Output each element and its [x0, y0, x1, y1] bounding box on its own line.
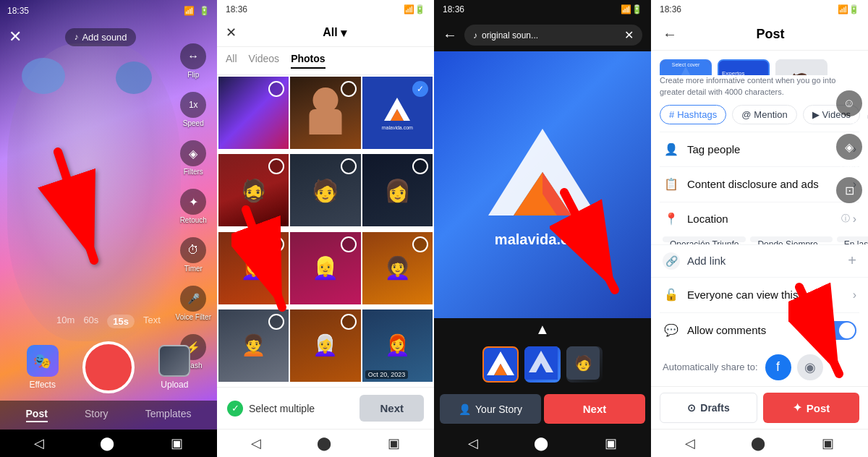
p2-photo-9[interactable]: 👩‍🦱 [362, 232, 433, 304]
add-sound-button[interactable]: ♪ Add sound [65, 28, 135, 46]
p4-cover-3[interactable]: 🧑 [775, 59, 827, 75]
p2-photo-1[interactable] [218, 77, 289, 149]
p4-tag-hashtags[interactable]: # Hashtags [660, 105, 726, 124]
p3-thumb-2[interactable] [524, 346, 561, 383]
p1-close-icon[interactable]: ✕ [9, 27, 22, 46]
p2-select-1[interactable] [268, 81, 284, 97]
p4-everyone-view-icon: 🔓 [663, 286, 680, 304]
p2-select-10[interactable] [268, 314, 284, 330]
effects-button[interactable]: 🎭 Effects [27, 345, 59, 390]
p2-home-nav-icon[interactable]: ⬤ [317, 435, 331, 451]
p1-tool-flip[interactable]: ↔ Flip [180, 43, 206, 79]
p2-tab-photos[interactable]: Photos [291, 53, 325, 69]
p4-comments-toggle[interactable] [825, 321, 856, 340]
p1-dur-15s[interactable]: 15s [107, 315, 135, 328]
p2-next-button[interactable]: Next [359, 395, 424, 422]
p1-speed-label: Speed [183, 119, 204, 127]
p2-photo-6[interactable]: 👩 [362, 154, 433, 226]
p3-thumb-3[interactable]: 🧑 [566, 346, 603, 383]
p4-loc-tag-3[interactable]: En las nubes [837, 236, 868, 242]
p3-thumb-1[interactable] [482, 346, 519, 383]
p3-back-button[interactable]: ← [443, 27, 457, 43]
p3-home-nav-icon[interactable]: ⬤ [534, 435, 548, 451]
p2-select-7[interactable] [268, 236, 284, 252]
effects-label: Effects [29, 380, 55, 390]
p2-square-nav-icon[interactable]: ▣ [388, 435, 400, 451]
p4-facebook-icon[interactable]: f [765, 354, 791, 380]
p1-tab-story[interactable]: Story [85, 408, 109, 422]
p4-hashtag-icon: # [669, 109, 674, 120]
p1-dur-10m[interactable]: 10m [56, 315, 75, 328]
p3-tool-stickers[interactable]: ☺ Stickers [836, 90, 862, 125]
p4-everyone-view-row[interactable]: 🔓 Everyone can view this post › [651, 278, 868, 312]
p1-dur-60s[interactable]: 60s [83, 315, 98, 328]
p2-photo-5[interactable]: 🧑 [290, 154, 360, 226]
p1-dur-text[interactable]: Text [143, 315, 161, 328]
p4-square-nav-icon[interactable]: ▣ [822, 435, 834, 451]
p3-your-story-button[interactable]: 👤 Your Story [440, 394, 541, 424]
p2-select-5[interactable] [341, 158, 357, 174]
p2-select-2[interactable] [341, 81, 357, 97]
p3-square-nav-icon[interactable]: ▣ [605, 435, 617, 451]
p4-tag-people-row[interactable]: 👤 Tag people › [651, 132, 868, 166]
p1-square-nav-icon[interactable]: ▣ [171, 435, 183, 451]
p3-close-sound-icon[interactable]: ✕ [624, 28, 634, 42]
p2-select-8[interactable] [341, 236, 357, 252]
p3-tool-crop[interactable]: ⊡ Crop [836, 177, 862, 212]
p1-tool-timer[interactable]: ⏱ Timer [180, 237, 206, 273]
p4-content-disclosure-row[interactable]: 📋 Content disclosure and ads › [651, 167, 868, 202]
p1-tool-filters[interactable]: ◈ Filters [180, 140, 206, 176]
p3-back-nav-icon[interactable]: ◁ [468, 435, 478, 451]
p2-photo-4[interactable]: 🧔 [218, 154, 289, 226]
p3-next-button[interactable]: Next [544, 394, 645, 424]
p4-post-button[interactable]: ✦ Post [763, 393, 859, 423]
record-button[interactable] [82, 341, 135, 393]
p4-back-button[interactable]: ← [663, 26, 677, 43]
p4-location-row[interactable]: 📍 Location ⓘ › [651, 202, 868, 236]
p3-chevron-up[interactable]: ▲ [434, 318, 651, 341]
p4-drafts-button[interactable]: ⊙ Drafts [660, 393, 757, 423]
p2-photo-8[interactable]: 👱‍♀️ [290, 232, 360, 304]
p2-photo-2[interactable] [290, 77, 360, 149]
p4-back-nav-icon[interactable]: ◁ [685, 435, 695, 451]
p4-tag-mention[interactable]: @ Mention [732, 105, 796, 124]
p4-other-social-icon[interactable]: ◉ [797, 354, 823, 380]
p4-toggle-dot [839, 323, 855, 338]
p4-allow-comments-row[interactable]: 💬 Allow comments [651, 312, 868, 349]
p1-tool-retouch[interactable]: ✦ Retouch [180, 189, 207, 224]
p4-select-cover-label: Select cover [661, 61, 710, 75]
p4-home-nav-icon[interactable]: ⬤ [751, 435, 765, 451]
p3-sound-bar[interactable]: ♪ original soun... ✕ [464, 25, 642, 46]
p3-music-icon: ♪ [473, 30, 477, 40]
p2-photo-12[interactable]: 👩‍🦰 Oct 20, 2023 [362, 309, 433, 382]
p4-add-link-row[interactable]: 🔗 Add link + [651, 244, 868, 278]
upload-button[interactable]: Upload [158, 345, 190, 390]
p2-select-9[interactable] [412, 236, 428, 252]
p2-select-11[interactable] [341, 314, 357, 330]
p1-tab-post[interactable]: Post [26, 408, 48, 422]
p4-cover-1[interactable]: Select cover [660, 59, 712, 75]
p2-dropdown-icon[interactable]: ▾ [341, 26, 346, 40]
p4-loc-tag-2[interactable]: Donde Siempre... [750, 236, 832, 242]
p3-tool-filters[interactable]: ◈ Filters [836, 134, 862, 168]
p1-timer-label: Timer [184, 265, 203, 273]
p2-tab-all[interactable]: All [226, 53, 237, 69]
p1-tool-speed[interactable]: 1x Speed [180, 92, 206, 127]
p1-back-nav-icon[interactable]: ◁ [34, 435, 44, 451]
p4-cover-2[interactable]: Expertos en Apps [718, 59, 770, 75]
p2-photo-11[interactable]: 👩‍🦳 [290, 309, 360, 382]
p2-photo-7[interactable]: 👩‍🦰 [218, 232, 289, 304]
p1-tab-templates[interactable]: Templates [145, 408, 192, 422]
p2-photo-10[interactable]: 🧑‍🦱 [218, 309, 289, 382]
p2-close-button[interactable]: ✕ [226, 25, 237, 40]
p3-tool-text[interactable]: Aa Text [841, 58, 857, 82]
p2-select-3[interactable]: ✓ [412, 81, 428, 97]
p4-location-tags: Operación Triunfo Donde Siempre... En la… [651, 236, 868, 244]
p1-home-nav-icon[interactable]: ⬤ [100, 435, 114, 451]
p3-chevron-down-icon[interactable]: ▾ [846, 221, 852, 234]
p2-back-nav-icon[interactable]: ◁ [251, 435, 261, 451]
p2-photo-3[interactable]: malavida.com ✓ [362, 77, 433, 149]
p2-tab-videos[interactable]: Videos [249, 53, 280, 69]
select-multiple-button[interactable]: ✓ Select multiple [227, 401, 315, 417]
p4-loc-tag-1[interactable]: Operación Triunfo [663, 236, 746, 242]
